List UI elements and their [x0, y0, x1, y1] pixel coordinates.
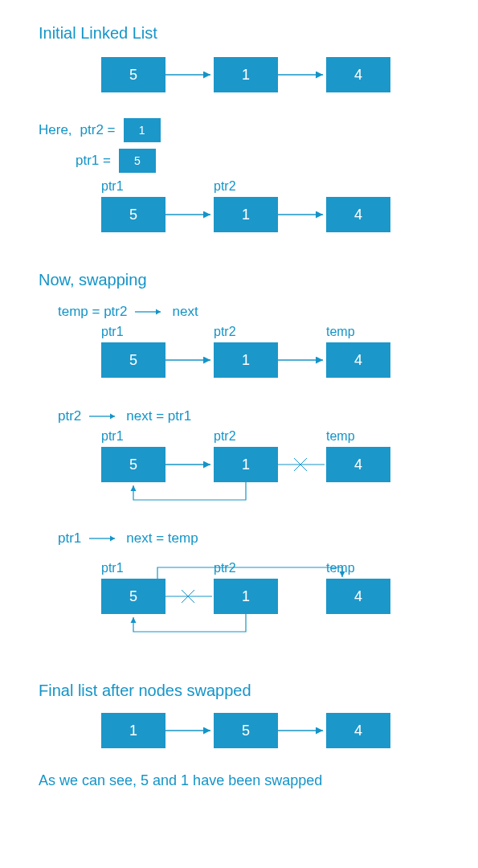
label-temp-d: temp [326, 561, 355, 575]
expr-step1-lhs: temp = ptr2 [58, 304, 127, 320]
here-ptr2: Here, ptr2 = 1 [39, 118, 446, 142]
heading-initial: Initial Linked List [39, 24, 446, 43]
node-s1-1: 1 [214, 342, 278, 378]
node-final-1: 5 [214, 713, 278, 748]
node-initial-2: 4 [326, 57, 390, 92]
here-ptr1-label: ptr1 = [76, 153, 111, 169]
heading-swapping: Now, swapping [39, 271, 446, 289]
node-final-2: 4 [326, 713, 390, 748]
label-ptr2-d: ptr2 [214, 561, 236, 575]
svg-line-14 [182, 590, 194, 603]
expr-step3: ptr1 next = temp [58, 530, 446, 547]
svg-line-10 [294, 458, 307, 471]
row-step2: ptr1 ptr2 temp 5 1 4 [101, 447, 446, 518]
label-temp-b: temp [326, 325, 355, 339]
node-lbl-1: 1 [214, 197, 278, 232]
expr-step2-mid: next = ptr1 [126, 408, 191, 424]
node-lbl-0: 5 [101, 197, 165, 232]
row-initial: 5 1 4 [101, 57, 446, 102]
arrow-icon [133, 307, 165, 317]
expr-step3-lhs: ptr1 [58, 530, 81, 547]
expr-step1: temp = ptr2 next [58, 304, 446, 320]
heading-final: Final list after nodes swapped [39, 682, 446, 700]
label-ptr1-a: ptr1 [101, 179, 124, 194]
here-ptr1-val: 5 [119, 149, 156, 173]
node-initial-0: 5 [101, 57, 165, 92]
here-ptr1: ptr1 = 5 [76, 149, 446, 173]
label-temp-c: temp [326, 429, 355, 444]
node-s3-1: 1 [214, 579, 278, 614]
node-initial-1: 1 [214, 57, 278, 92]
expr-step2: ptr2 next = ptr1 [58, 408, 446, 424]
expr-step2-lhs: ptr2 [58, 408, 81, 424]
node-lbl-2: 4 [326, 197, 390, 232]
svg-line-15 [182, 590, 194, 603]
arrow-icon [88, 534, 120, 543]
here-ptr2-label: ptr2 = [80, 122, 116, 138]
node-s3-0: 5 [101, 579, 165, 614]
node-s3-2: 4 [326, 579, 390, 614]
svg-line-11 [294, 458, 307, 471]
arrow-icon [88, 411, 120, 421]
node-s2-1: 1 [214, 447, 278, 482]
row-step1: ptr1 ptr2 temp 5 1 4 [101, 342, 446, 387]
row-final: 1 5 4 [101, 713, 446, 758]
label-ptr1-d: ptr1 [101, 561, 124, 575]
node-final-0: 1 [101, 713, 165, 748]
label-ptr2-b: ptr2 [214, 325, 236, 339]
node-s1-2: 4 [326, 342, 390, 378]
label-ptr2-a: ptr2 [214, 179, 236, 194]
label-ptr1-c: ptr1 [101, 429, 124, 444]
label-ptr2-c: ptr2 [214, 429, 236, 444]
node-s1-0: 5 [101, 342, 165, 378]
expr-step1-rhs: next [172, 304, 198, 320]
expr-step3-mid: next = temp [126, 530, 198, 547]
label-ptr1-b: ptr1 [101, 325, 124, 339]
final-message: As we can see, 5 and 1 have been swapped [39, 772, 446, 789]
row-step3: ptr1 ptr2 temp 5 1 4 [101, 579, 446, 659]
here-prefix: Here, [39, 122, 72, 138]
node-s2-2: 4 [326, 447, 390, 482]
node-s2-0: 5 [101, 447, 165, 482]
here-ptr2-val: 1 [124, 118, 161, 142]
row-labeled: ptr1 ptr2 5 1 4 [101, 197, 446, 244]
